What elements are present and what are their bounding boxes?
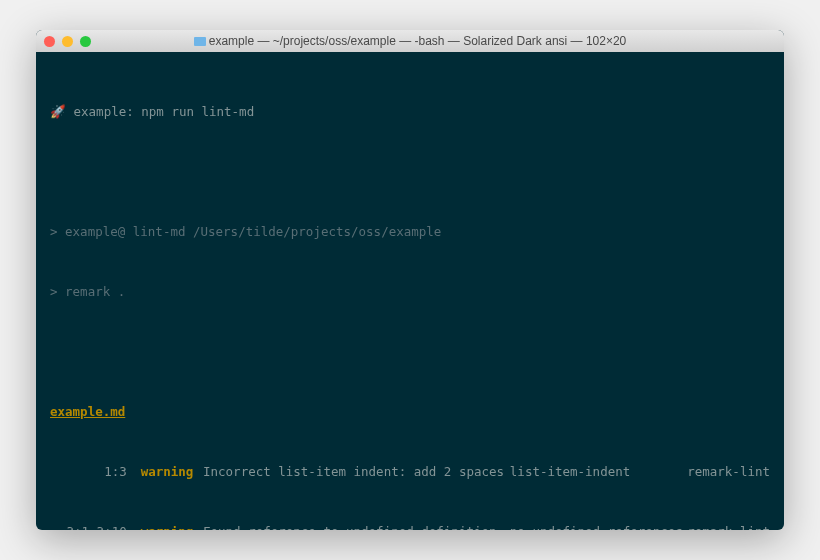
source: remark-lint [687,462,770,482]
rule: no-undefined-references [510,522,687,530]
warning-row: 3:1-3:10 warning Found reference to unde… [50,522,770,530]
position: 1:3 [50,462,141,482]
window-title: example — ~/projects/oss/example — -bash… [36,34,784,48]
level: warning [141,522,203,530]
maximize-icon[interactable] [80,36,91,47]
terminal-window: example — ~/projects/oss/example — -bash… [36,30,784,530]
prompt-host: example: [74,104,134,119]
folder-icon [194,37,206,46]
message: Found reference to undefined definition [203,522,510,530]
rule: list-item-indent [510,462,687,482]
minimize-icon[interactable] [62,36,73,47]
source: remark-lint [687,522,770,530]
close-icon[interactable] [44,36,55,47]
command: npm run lint-md [141,104,254,119]
message: Incorrect list-item indent: add 2 spaces [203,462,510,482]
output-line: > example@ lint-md /Users/tilde/projects… [50,222,770,242]
position: 3:1-3:10 [50,522,141,530]
traffic-lights [44,36,91,47]
level: warning [141,462,203,482]
warning-row: 1:3 warning Incorrect list-item indent: … [50,462,770,482]
output-line: > remark . [50,282,770,302]
title-text: example — ~/projects/oss/example — -bash… [209,34,627,48]
titlebar: example — ~/projects/oss/example — -bash… [36,30,784,52]
file-name: example.md [50,404,125,419]
rocket-icon: 🚀 [50,104,66,119]
terminal-body[interactable]: 🚀 example: npm run lint-md > example@ li… [36,52,784,530]
prompt-line: 🚀 example: npm run lint-md [50,102,770,122]
